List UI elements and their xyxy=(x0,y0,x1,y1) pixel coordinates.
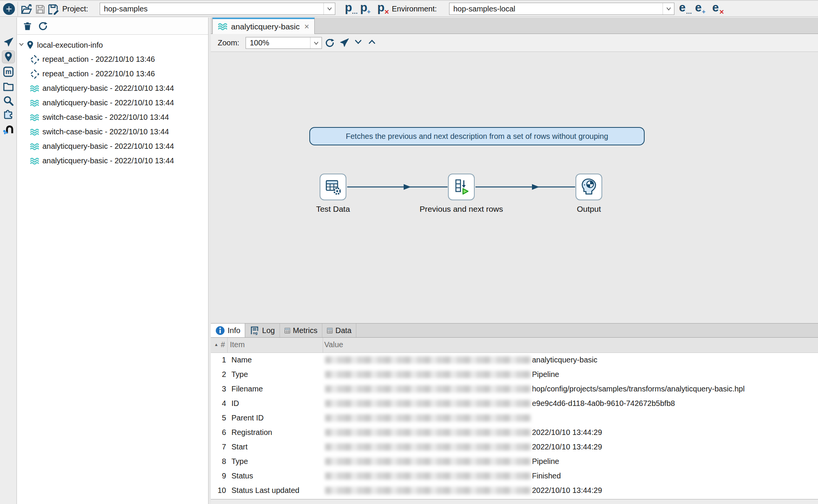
project-add-button[interactable]: p + xyxy=(359,2,373,17)
row-item: Filename xyxy=(231,385,263,393)
search-icon xyxy=(3,95,14,106)
pipeline-canvas[interactable]: Fetches the previous and next descriptio… xyxy=(211,52,818,323)
grid-icon xyxy=(285,328,290,333)
table-row[interactable]: 5 Parent ID xyxy=(211,411,818,425)
zoom-label: Zoom: xyxy=(218,39,239,47)
editor-tab-bar: analyticquery-basic × xyxy=(211,18,818,34)
refresh-button[interactable] xyxy=(325,38,335,48)
tree-item[interactable]: analyticquery-basic - 2022/10/10 13:44 xyxy=(17,96,208,110)
table-row[interactable]: 1 Name analyticquery-basic xyxy=(211,353,818,367)
save-as-button[interactable] xyxy=(47,3,59,15)
delete-mark: ✕ xyxy=(384,8,389,16)
zoom-combo[interactable]: 100% xyxy=(246,37,322,49)
file-explorer-perspective-button[interactable] xyxy=(2,80,15,93)
table-row[interactable]: 10 Status Last updated 2022/10/10 13:44:… xyxy=(211,483,818,498)
explorer-perspective-button[interactable] xyxy=(2,36,15,49)
info-icon xyxy=(215,326,225,335)
chevron-down-icon[interactable] xyxy=(323,3,335,14)
zoom-combo-value: 100% xyxy=(246,39,310,47)
chevron-down-icon[interactable] xyxy=(19,42,24,46)
chevron-down-icon[interactable] xyxy=(663,3,674,14)
scroll-up-button[interactable] xyxy=(368,39,376,44)
transform-test-data[interactable] xyxy=(320,174,346,200)
pipeline-note[interactable]: Fetches the previous and next descriptio… xyxy=(309,127,645,145)
refresh-button[interactable] xyxy=(38,21,48,31)
environment-label: Environment: xyxy=(392,5,437,13)
column-header-value[interactable]: Value xyxy=(324,340,343,349)
tree-root-local-execution-info[interactable]: local-execution-info xyxy=(17,38,208,52)
horizontal-scrollbar[interactable] xyxy=(211,499,818,504)
table-row[interactable]: 9 Status Finished xyxy=(211,469,818,483)
execution-info-perspective-button[interactable] xyxy=(2,50,15,63)
navigate-button[interactable] xyxy=(339,38,349,48)
redacted-path xyxy=(325,487,531,494)
execution-info-toolbar xyxy=(17,18,208,35)
tree-item-label: switch-case-basic - 2022/10/10 13:44 xyxy=(42,127,169,136)
redacted-path xyxy=(325,385,531,393)
column-divider[interactable] xyxy=(227,338,228,353)
environment-combo[interactable]: hop-samples-local xyxy=(449,3,674,15)
search-perspective-button[interactable] xyxy=(2,94,15,107)
sort-ascending-icon: ▴ xyxy=(215,341,218,347)
project-edit-button[interactable]: p … xyxy=(343,2,358,17)
chevron-down-icon[interactable] xyxy=(310,37,322,48)
table-row[interactable]: 3 Filename hop/config/projects/samples/t… xyxy=(211,382,818,396)
save-button[interactable] xyxy=(35,4,45,14)
svg-text:og: og xyxy=(253,331,258,335)
hop-neo4j-perspective-button[interactable] xyxy=(2,122,15,135)
tree-item[interactable]: analyticquery-basic - 2022/10/10 13:44 xyxy=(17,139,208,154)
tab-log[interactable]: og Log xyxy=(245,324,280,337)
table-row[interactable]: 8 Type Pipeline xyxy=(211,454,818,469)
row-number: 5 xyxy=(211,414,226,422)
tree-item[interactable]: repeat_action - 2022/10/10 13:46 xyxy=(17,52,208,67)
redacted-path xyxy=(325,414,531,422)
table-row[interactable]: 4 ID e9e9c4d6-d118-4a0b-9610-742672b5bfb… xyxy=(211,396,818,411)
workflow-icon xyxy=(29,69,40,79)
pipeline-icon xyxy=(29,156,40,166)
project-combo[interactable]: hop-samples xyxy=(100,3,335,15)
table-row[interactable]: 6 Registration 2022/10/10 13:44:29 xyxy=(211,425,818,440)
metadata-perspective-button[interactable]: m xyxy=(2,65,15,78)
column-header-item[interactable]: Item xyxy=(230,340,245,349)
toolbar-divider xyxy=(18,2,18,16)
tab-info[interactable]: Info xyxy=(211,324,245,337)
open-file-button[interactable] xyxy=(21,3,32,15)
row-value: 2022/10/10 13:44:29 xyxy=(325,443,602,451)
tree-item[interactable]: analyticquery-basic - 2022/10/10 13:44 xyxy=(17,154,208,168)
row-value: hop/config/projects/samples/transforms/a… xyxy=(325,385,745,393)
tree-item[interactable]: switch-case-basic - 2022/10/10 13:44 xyxy=(17,110,208,125)
scroll-down-button[interactable] xyxy=(354,39,362,44)
transform-previous-next-rows[interactable] xyxy=(448,174,475,200)
tree-item[interactable]: switch-case-basic - 2022/10/10 13:44 xyxy=(17,125,208,139)
row-item: ID xyxy=(231,399,239,408)
pipeline-icon xyxy=(29,127,40,137)
row-value: Pipeline xyxy=(325,457,559,466)
tree-item[interactable]: analyticquery-basic - 2022/10/10 13:44 xyxy=(17,81,208,96)
tree-item-label: analyticquery-basic - 2022/10/10 13:44 xyxy=(42,156,174,165)
row-item: Status Last updated xyxy=(231,486,299,495)
redacted-path xyxy=(325,356,531,364)
transform-label: Output xyxy=(524,204,654,214)
plugins-perspective-button[interactable] xyxy=(2,108,15,121)
environment-add-button[interactable]: e + xyxy=(694,2,708,17)
row-number: 4 xyxy=(211,399,226,408)
trash-icon xyxy=(23,21,32,31)
transform-label: Previous and next rows xyxy=(396,204,526,214)
tree-item-label: analyticquery-basic - 2022/10/10 13:44 xyxy=(42,84,174,93)
info-table-header[interactable]: ▴ # Item Value xyxy=(211,338,818,353)
close-icon[interactable]: × xyxy=(304,22,309,32)
environment-delete-button[interactable]: e ✕ xyxy=(711,2,725,17)
tab-analyticquery-basic[interactable]: analyticquery-basic × xyxy=(212,18,315,34)
project-delete-button[interactable]: p ✕ xyxy=(376,2,390,17)
column-header-number[interactable]: # xyxy=(221,340,225,349)
new-item-button[interactable] xyxy=(3,3,15,15)
table-row[interactable]: 2 Type Pipeline xyxy=(211,367,818,382)
tree-item[interactable]: repeat_action - 2022/10/10 13:46 xyxy=(17,67,208,81)
transform-output[interactable] xyxy=(576,174,602,200)
tab-data[interactable]: Data xyxy=(322,324,356,337)
tab-metrics[interactable]: Metrics xyxy=(280,324,322,337)
column-divider[interactable] xyxy=(323,338,323,353)
environment-edit-button[interactable]: e … xyxy=(677,2,692,17)
table-row[interactable]: 7 Start 2022/10/10 13:44:29 xyxy=(211,440,818,454)
delete-execution-button[interactable] xyxy=(23,21,32,31)
